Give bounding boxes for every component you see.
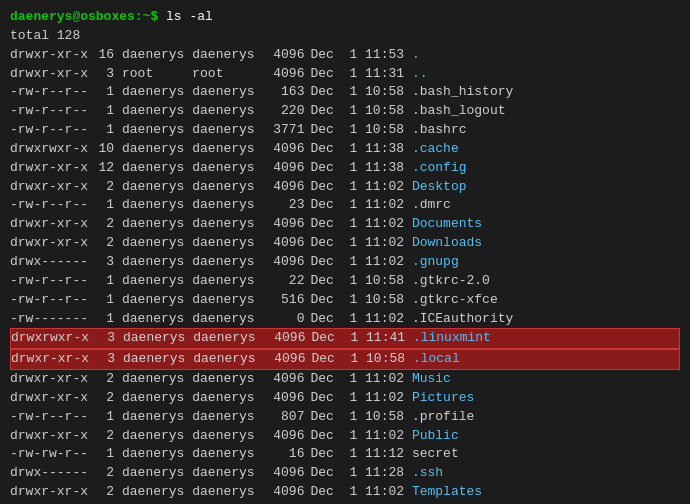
file-owner: root [122, 65, 192, 84]
table-row: drwx------ 3 daenerys daenerys 4096 Dec … [10, 253, 680, 272]
table-row: drwxr-xr-x 3 root root 4096 Dec 1 11:31 … [10, 65, 680, 84]
file-name: Documents [412, 215, 482, 234]
file-name: .config [412, 159, 467, 178]
table-row: -rw-r--r-- 1 daenerys daenerys 3771 Dec … [10, 121, 680, 140]
file-links: 10 [94, 140, 114, 159]
file-size: 16 [262, 445, 304, 464]
file-name: .bash_logout [412, 102, 506, 121]
table-row: -rw-r--r-- 1 daenerys daenerys 220 Dec 1… [10, 102, 680, 121]
file-date: Dec 1 11:02 [310, 253, 411, 272]
file-size: 22 [262, 272, 304, 291]
file-perms: drwxr-xr-x [10, 427, 88, 446]
file-owner: daenerys [122, 427, 192, 446]
file-perms: -rw-r--r-- [10, 196, 88, 215]
table-row: drwxr-xr-x 2 daenerys daenerys 4096 Dec … [10, 483, 680, 502]
file-size: 4096 [262, 215, 304, 234]
file-name: .bash_history [412, 83, 513, 102]
file-group: daenerys [192, 215, 262, 234]
file-size: 3771 [262, 121, 304, 140]
file-size: 0 [262, 310, 304, 329]
file-perms: -rw-r--r-- [10, 121, 88, 140]
table-row: -rw-r--r-- 1 daenerys daenerys 163 Dec 1… [10, 83, 680, 102]
file-links: 1 [94, 445, 114, 464]
file-perms: -rw-r--r-- [10, 83, 88, 102]
file-group: root [192, 65, 262, 84]
file-links: 1 [94, 408, 114, 427]
file-date: Dec 1 11:02 [310, 483, 411, 502]
file-group: daenerys [193, 350, 263, 369]
file-size: 4096 [262, 389, 304, 408]
table-row: -rw-r--r-- 1 daenerys daenerys 807 Dec 1… [10, 408, 680, 427]
file-owner: daenerys [122, 445, 192, 464]
file-owner: daenerys [122, 196, 192, 215]
file-links: 16 [94, 46, 114, 65]
file-date: Dec 1 11:02 [310, 196, 411, 215]
file-name: .linuxmint [413, 329, 491, 348]
file-date: Dec 1 11:41 [311, 329, 412, 348]
file-name: Templates [412, 483, 482, 502]
file-links: 1 [94, 102, 114, 121]
file-date: Dec 1 11:02 [310, 389, 411, 408]
file-size: 4096 [262, 464, 304, 483]
total-line: total 128 [10, 27, 680, 46]
file-size: 4096 [262, 65, 304, 84]
file-owner: daenerys [122, 215, 192, 234]
table-row: drwxr-xr-x 2 daenerys daenerys 4096 Dec … [10, 389, 680, 408]
table-row: -rw------- 1 daenerys daenerys 0 Dec 1 1… [10, 310, 680, 329]
table-row: drwxr-xr-x 2 daenerys daenerys 4096 Dec … [10, 370, 680, 389]
file-name: Desktop [412, 178, 467, 197]
file-date: Dec 1 11:38 [310, 159, 411, 178]
file-name: .local [413, 350, 460, 369]
table-row: -rw-r--r-- 1 daenerys daenerys 516 Dec 1… [10, 291, 680, 310]
file-name: secret [412, 445, 459, 464]
file-links: 2 [94, 370, 114, 389]
file-links: 3 [95, 350, 115, 369]
file-name: Downloads [412, 234, 482, 253]
file-date: Dec 1 11:02 [310, 234, 411, 253]
file-owner: daenerys [122, 178, 192, 197]
file-group: daenerys [192, 408, 262, 427]
file-size: 4096 [262, 253, 304, 272]
file-links: 12 [94, 159, 114, 178]
file-group: daenerys [192, 445, 262, 464]
file-group: daenerys [192, 291, 262, 310]
file-group: daenerys [192, 178, 262, 197]
file-size: 163 [262, 83, 304, 102]
file-date: Dec 1 11:02 [310, 310, 411, 329]
file-links: 2 [94, 483, 114, 502]
file-date: Dec 1 10:58 [311, 350, 412, 369]
file-links: 1 [94, 310, 114, 329]
file-perms: drwx------ [10, 253, 88, 272]
file-perms: drwxr-xr-x [10, 65, 88, 84]
file-size: 516 [262, 291, 304, 310]
file-perms: drwx------ [10, 464, 88, 483]
file-group: daenerys [192, 140, 262, 159]
file-size: 807 [262, 408, 304, 427]
file-group: daenerys [192, 464, 262, 483]
file-owner: daenerys [122, 159, 192, 178]
file-links: 2 [94, 427, 114, 446]
file-name: Public [412, 427, 459, 446]
file-perms: drwxr-xr-x [10, 159, 88, 178]
file-perms: drwxr-xr-x [10, 234, 88, 253]
table-row: -rw-rw-r-- 1 daenerys daenerys 16 Dec 1 … [10, 445, 680, 464]
file-name: . [412, 46, 420, 65]
file-perms: drwxr-xr-x [11, 350, 89, 369]
file-perms: drwxr-xr-x [10, 215, 88, 234]
table-row: drwxr-xr-x 2 daenerys daenerys 4096 Dec … [10, 215, 680, 234]
file-date: Dec 1 10:58 [310, 102, 411, 121]
file-perms: -rw-r--r-- [10, 408, 88, 427]
file-size: 4096 [262, 178, 304, 197]
file-group: daenerys [192, 272, 262, 291]
terminal-window: daenerys@osboxes:~$ ls -al total 128 drw… [0, 0, 690, 504]
command-text: ls -al [158, 8, 213, 27]
file-perms: -rw-r--r-- [10, 102, 88, 121]
file-size: 4096 [262, 234, 304, 253]
file-name: .gtkrc-xfce [412, 291, 498, 310]
file-date: Dec 1 11:02 [310, 215, 411, 234]
file-group: daenerys [192, 389, 262, 408]
file-name: .gtkrc-2.0 [412, 272, 490, 291]
file-group: daenerys [192, 370, 262, 389]
file-perms: drwxr-xr-x [10, 46, 88, 65]
file-perms: -rw-r--r-- [10, 272, 88, 291]
